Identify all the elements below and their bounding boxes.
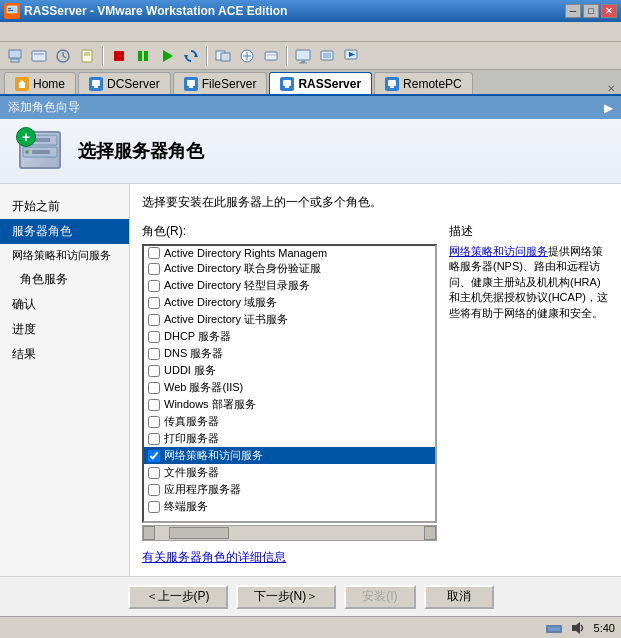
- svg-marker-33: [18, 80, 26, 88]
- tab-dcserver[interactable]: DCServer: [78, 72, 171, 94]
- role-item[interactable]: Active Directory 证书服务: [144, 311, 435, 328]
- svg-rect-15: [144, 51, 148, 61]
- description-section: 描述 网络策略和访问服务提供网络策略服务器(NPS)、路由和远程访问、健康主册站…: [449, 223, 609, 541]
- role-label: Active Directory 联合身份验证服: [164, 261, 321, 276]
- toolbar-btn-vm3[interactable]: [340, 45, 362, 67]
- nav-item-network[interactable]: 网络策略和访问服务: [0, 244, 129, 267]
- role-listbox[interactable]: Active Directory Rights ManagemActive Di…: [142, 244, 437, 523]
- role-item[interactable]: 网络策略和访问服务: [144, 447, 435, 464]
- role-item[interactable]: DHCP 服务器: [144, 328, 435, 345]
- back-button[interactable]: ＜上一步(P): [128, 585, 228, 609]
- toolbar-btn-snap[interactable]: [212, 45, 234, 67]
- role-checkbox[interactable]: [148, 501, 160, 513]
- role-item[interactable]: UDDI 服务: [144, 362, 435, 379]
- maximize-button[interactable]: □: [583, 4, 599, 18]
- role-checkbox[interactable]: [148, 365, 160, 377]
- role-label: UDDI 服务: [164, 363, 216, 378]
- wizard-panel-header: + 选择服务器角色: [0, 119, 621, 184]
- nav-item-confirm[interactable]: 确认: [0, 292, 129, 317]
- role-checkbox[interactable]: [148, 416, 160, 428]
- role-checkbox[interactable]: [148, 297, 160, 309]
- nav-item-progress[interactable]: 进度: [0, 317, 129, 342]
- role-label: 终端服务: [164, 499, 208, 514]
- toolbar-btn-2[interactable]: [28, 45, 50, 67]
- tab-home-label: Home: [33, 77, 65, 91]
- role-checkbox[interactable]: [148, 280, 160, 292]
- wizard-footer: ＜上一步(P) 下一步(N)＞ 安装(I) 取消: [0, 576, 621, 616]
- role-checkbox[interactable]: [148, 467, 160, 479]
- tab-bar: Home DCServer FileServer RASServer Remot…: [0, 70, 621, 96]
- wizard-nav: 开始之前 服务器角色 网络策略和访问服务 角色服务 确认 进度 结果: [0, 184, 130, 576]
- title-left: RASServer - VMware Workstation ACE Editi…: [4, 3, 287, 19]
- tab-dcserver-label: DCServer: [107, 77, 160, 91]
- role-checkbox[interactable]: [148, 399, 160, 411]
- role-label: 传真服务器: [164, 414, 219, 429]
- svg-rect-0: [7, 6, 17, 13]
- role-item[interactable]: 应用程序服务器: [144, 481, 435, 498]
- content-description: 选择要安装在此服务器上的一个或多个角色。: [142, 194, 609, 211]
- svg-rect-30: [323, 53, 331, 58]
- toolbar-btn-vm1[interactable]: [292, 45, 314, 67]
- role-item[interactable]: 打印服务器: [144, 430, 435, 447]
- role-item[interactable]: Active Directory 域服务: [144, 294, 435, 311]
- desc-link[interactable]: 网络策略和访问服务: [449, 245, 548, 257]
- next-button[interactable]: 下一步(N)＞: [236, 585, 337, 609]
- toolbar-btn-play[interactable]: [156, 45, 178, 67]
- close-button[interactable]: ✕: [601, 4, 617, 18]
- toolbar-btn-1[interactable]: [4, 45, 26, 67]
- nav-item-roles[interactable]: 服务器角色: [0, 219, 129, 244]
- wizard-body: 开始之前 服务器角色 网络策略和访问服务 角色服务 确认 进度 结果 选择要安装…: [0, 184, 621, 576]
- toolbar-btn-vm2[interactable]: [316, 45, 338, 67]
- role-checkbox[interactable]: [148, 247, 160, 259]
- role-checkbox[interactable]: [148, 331, 160, 343]
- role-checkbox[interactable]: [148, 314, 160, 326]
- nav-item-start[interactable]: 开始之前: [0, 194, 129, 219]
- dcserver-tab-icon: [89, 77, 103, 91]
- sound-icon: [568, 620, 588, 636]
- svg-rect-37: [189, 86, 193, 88]
- minimize-button[interactable]: ─: [565, 4, 581, 18]
- toolbar-btn-refresh[interactable]: [180, 45, 202, 67]
- install-button[interactable]: 安装(I): [344, 585, 415, 609]
- role-checkbox[interactable]: [148, 348, 160, 360]
- tab-close-button[interactable]: ✕: [605, 83, 617, 94]
- app-window: RASServer - VMware Workstation ACE Editi…: [0, 0, 621, 638]
- role-item[interactable]: Active Directory Rights Managem: [144, 246, 435, 260]
- home-tab-icon: [15, 77, 29, 91]
- role-checkbox[interactable]: [148, 382, 160, 394]
- tab-fileserver[interactable]: FileServer: [173, 72, 268, 94]
- role-item[interactable]: 终端服务: [144, 498, 435, 515]
- nav-item-role-services[interactable]: 角色服务: [0, 267, 129, 292]
- svg-rect-20: [221, 53, 230, 61]
- role-checkbox[interactable]: [148, 433, 160, 445]
- tab-home[interactable]: Home: [4, 72, 76, 94]
- role-item[interactable]: Active Directory 轻型目录服务: [144, 277, 435, 294]
- role-item[interactable]: DNS 服务器: [144, 345, 435, 362]
- role-label: DNS 服务器: [164, 346, 223, 361]
- toolbar-btn-4[interactable]: [76, 45, 98, 67]
- scrollbar-thumb[interactable]: [169, 527, 229, 539]
- tab-rasserver[interactable]: RASServer: [269, 72, 372, 94]
- svg-rect-36: [187, 80, 195, 86]
- toolbar-btn-pause[interactable]: [132, 45, 154, 67]
- role-label: Active Directory 证书服务: [164, 312, 288, 327]
- tab-remotepc[interactable]: RemotePC: [374, 72, 473, 94]
- toolbar-btn-snap3[interactable]: [260, 45, 282, 67]
- role-item[interactable]: Windows 部署服务: [144, 396, 435, 413]
- cancel-button[interactable]: 取消: [424, 585, 494, 609]
- role-item[interactable]: 文件服务器: [144, 464, 435, 481]
- horizontal-scrollbar[interactable]: [142, 525, 437, 541]
- svg-rect-3: [9, 50, 21, 58]
- role-item[interactable]: Active Directory 联合身份验证服: [144, 260, 435, 277]
- role-checkbox[interactable]: [148, 484, 160, 496]
- role-item[interactable]: 传真服务器: [144, 413, 435, 430]
- more-info-link[interactable]: 有关服务器角色的详细信息: [142, 549, 609, 566]
- role-item[interactable]: Web 服务器(IIS): [144, 379, 435, 396]
- role-checkbox[interactable]: [148, 263, 160, 275]
- toolbar-btn-stop[interactable]: [108, 45, 130, 67]
- toolbar-btn-snap2[interactable]: [236, 45, 258, 67]
- nav-item-results[interactable]: 结果: [0, 342, 129, 367]
- role-checkbox[interactable]: [148, 450, 160, 462]
- toolbar-btn-3[interactable]: [52, 45, 74, 67]
- svg-line-9: [63, 56, 66, 58]
